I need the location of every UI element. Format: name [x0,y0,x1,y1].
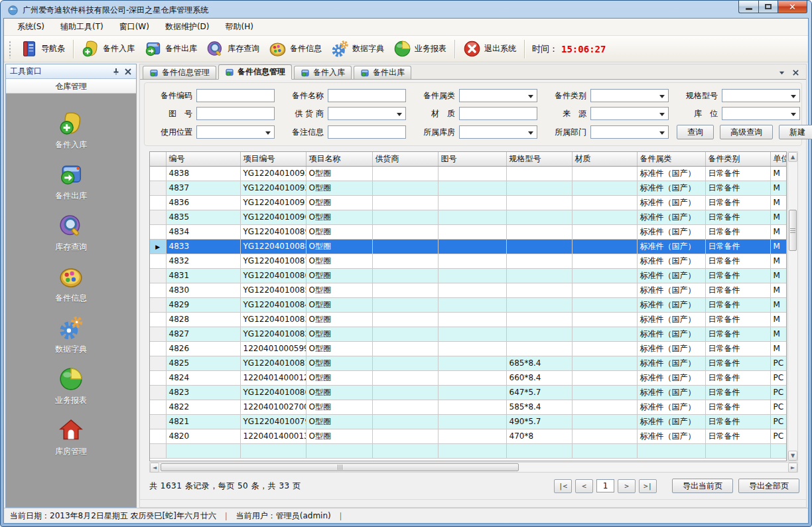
sidebar-item-parts-info[interactable]: 备件信息 [55,264,87,304]
part-class-select[interactable] [590,89,669,102]
scroll-up-icon[interactable]: ▲ [788,152,797,162]
column-header[interactable]: 编号 [166,152,240,166]
sidebar-item-parts-out[interactable]: 备件出库 [55,162,87,202]
menu-item-4[interactable]: 帮助(H) [218,19,261,35]
table-row[interactable]: 48261220401000599O型圈标准件（国产）日常备件M [150,341,787,356]
chevron-down-icon[interactable] [778,69,785,76]
close-button[interactable]: ✕ [778,1,807,13]
table-row[interactable]: 4821YG12204010079O型圈490*5.7标准件（国产）日常备件PC [150,414,787,429]
table-row[interactable]: 4835YG12204010090O型圈标准件（国产）日常备件M [150,210,787,224]
table-row[interactable]: 4831YG12204010086O型圈标准件（国产）日常备件M [150,268,787,283]
column-header[interactable]: 单位 [770,152,787,166]
department-select[interactable] [590,125,669,139]
column-header[interactable]: 项目名称 [306,152,372,166]
sidebar-item-parts-in[interactable]: 备件入库 [55,111,87,151]
menu-item-0[interactable]: 系统(S) [9,19,52,35]
last-page-button[interactable]: >| [639,479,657,493]
maximize-button[interactable] [758,1,778,13]
parts-info-button[interactable]: 备件信息 [264,38,326,60]
column-header[interactable]: 材质 [572,152,637,166]
table-cell: 490*5.7 [506,414,572,429]
tab-3[interactable]: 备件出库 [354,66,411,79]
current-date-value: 2013年8月2日星期五 农历癸巳[蛇]年六月廿六 [50,510,216,522]
table-row[interactable]: 48241220401400012O型圈660*8.4标准件（国产）日常备件PC [150,370,787,385]
close-icon[interactable] [124,68,132,76]
table-cell: 4830 [166,283,240,297]
export-all-pages-button[interactable]: 导出全部页 [738,479,799,493]
drawing-no-input[interactable] [196,107,275,120]
table-row[interactable]: 4838YG12204010093O型圈标准件（国产）日常备件M [150,166,787,181]
table-cell [438,297,506,312]
parts-in-button[interactable]: 备件入库 [77,38,139,60]
menu-item-3[interactable]: 数据维护(D) [157,19,218,35]
export-current-page-button[interactable]: 导出当前页 [672,479,733,493]
table-cell [506,210,572,224]
scroll-left-icon[interactable]: ◄ [150,463,159,473]
sidebar-item-report[interactable]: 业务报表 [55,366,87,406]
table-row[interactable]: 4832YG12204010087O型圈标准件（国产）日常备件M [150,254,787,268]
table-row[interactable]: 4837YG12204010092O型圈标准件（国产）日常备件M [150,181,787,195]
table-row[interactable]: 4829YG12204010084O型圈标准件（国产）日常备件M [150,297,787,312]
horizontal-scrollbar[interactable]: ◄ ► [149,462,798,473]
pin-icon[interactable] [112,68,120,76]
exit-button[interactable]: 退出系统 [458,38,521,60]
sidebar-item-data-dict[interactable]: 数据字典 [55,315,87,355]
sidebar-item-warehouse[interactable]: 库房管理 [55,417,87,457]
table-row[interactable]: 4836YG12204010091O型圈标准件（国产）日常备件M [150,195,787,210]
new-button[interactable]: 新建 [779,125,812,139]
part-name-input[interactable] [328,89,406,102]
table-row[interactable]: 48201220401400013O型圈470*8标准件（国产）日常备件PC [150,429,787,443]
column-header[interactable]: 备件属类 [637,152,705,166]
column-header[interactable]: 项目编号 [240,152,306,166]
scroll-down-icon[interactable]: ▼ [788,451,797,461]
next-page-button[interactable]: > [618,479,636,493]
table-row[interactable]: 4823YG12204010080O型圈647*5.7标准件（国产）日常备件PC [150,385,787,400]
tab-1[interactable]: 备件信息管理 [218,64,292,80]
minimize-button[interactable] [738,1,758,13]
column-header[interactable]: 规格型号 [506,152,572,166]
menu-item-2[interactable]: 窗口(W) [111,19,157,35]
vertical-scrollbar[interactable]: ▲ ▼ [787,151,798,461]
prev-page-button[interactable]: < [575,479,593,493]
supplier-select[interactable] [328,107,406,120]
column-header[interactable]: 图号 [438,152,506,166]
advanced-query-button[interactable]: 高级查询 [720,125,773,139]
table-row[interactable]: 4830YG12204010085O型圈标准件（国产）日常备件M [150,283,787,297]
table-row[interactable]: 4828YG12204010083O型圈标准件（国产）日常备件M [150,312,787,327]
tab-2[interactable]: 备件入库 [294,66,352,79]
close-icon[interactable] [792,69,799,76]
source-select[interactable] [590,107,669,120]
first-page-button[interactable]: |< [554,479,572,493]
table-row-partial[interactable] [150,443,787,458]
table-row[interactable]: 48221220401002700O型圈585*8.4标准件（国产）日常备件PC [150,400,787,414]
table-row[interactable]: 4825YG12204010081O型圈685*8.4标准件（国产）日常备件PC [150,356,787,370]
data-dict-button[interactable]: 数据字典 [326,38,389,60]
vertical-scroll-thumb[interactable] [789,210,797,251]
tab-0[interactable]: 备件信息管理 [143,66,216,79]
part-category-select[interactable] [459,89,537,102]
part-code-input[interactable] [196,89,275,102]
navigator-button[interactable]: 导航条 [15,38,70,60]
page-number-input[interactable]: 1 [596,479,614,492]
tool-window-header: 工具窗口 [6,64,136,79]
menu-item-1[interactable]: 辅助工具(T) [52,19,111,35]
query-button[interactable]: 查询 [677,125,714,139]
remark-input[interactable] [328,125,406,139]
material-input[interactable] [459,107,537,120]
spec-model-select[interactable] [722,89,800,102]
table-cell [572,283,637,297]
table-row[interactable]: ▶4833YG12204010088O型圈标准件（国产）日常备件M [150,239,787,254]
table-row[interactable]: 4834YG12204010089O型圈标准件（国产）日常备件M [150,224,787,239]
stock-query-button[interactable]: 库存查询 [202,38,264,60]
location-select[interactable] [722,107,800,120]
horizontal-scroll-thumb[interactable] [161,463,519,471]
column-header[interactable]: 备件类别 [705,152,770,166]
report-button[interactable]: 业务报表 [389,38,451,60]
table-row[interactable]: 4827YG12204010082O型圈标准件（国产）日常备件M [150,327,787,341]
scroll-right-icon[interactable]: ► [788,463,797,473]
usage-position-select[interactable] [196,125,275,139]
warehouse-select[interactable] [459,125,537,139]
column-header[interactable]: 供货商 [372,152,438,166]
sidebar-item-stock-query[interactable]: 库存查询 [55,213,87,253]
parts-out-button[interactable]: 备件出库 [139,38,202,60]
